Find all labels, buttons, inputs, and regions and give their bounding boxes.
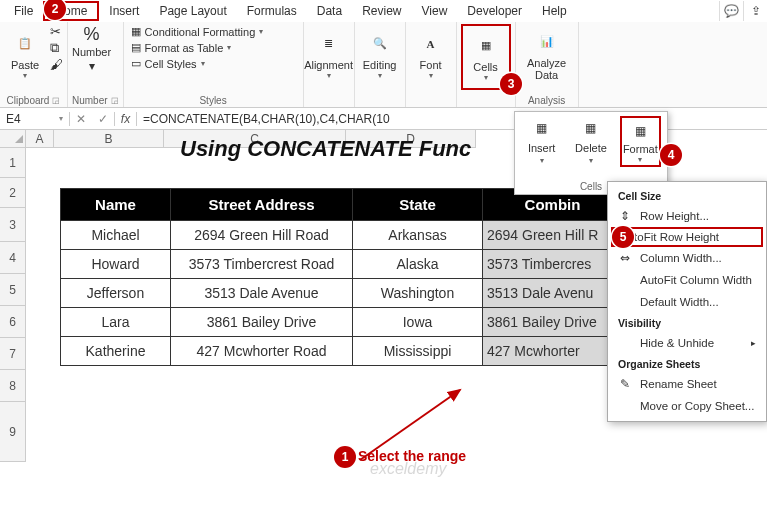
cell-state[interactable]: Arkansas	[353, 221, 483, 250]
cell-state[interactable]: Iowa	[353, 308, 483, 337]
format-as-table-button[interactable]: ▤Format as Table▾	[128, 40, 267, 55]
format-button[interactable]: ▦ Format ▾	[616, 116, 665, 190]
row-head-9[interactable]: 9	[0, 402, 26, 462]
conditional-formatting-button[interactable]: ▦Conditional Formatting▾	[128, 24, 267, 39]
copy-icon[interactable]: ⧉	[50, 40, 63, 56]
format-painter-icon[interactable]: 🖌	[50, 57, 63, 72]
row-height-icon: ⇕	[618, 209, 632, 223]
dialog-launcher-icon[interactable]: ◲	[52, 96, 60, 105]
cells-label: Cells	[473, 61, 497, 73]
cell-state[interactable]: Washington	[353, 279, 483, 308]
enter-icon[interactable]: ✓	[92, 112, 114, 126]
marker-3: 3	[500, 73, 522, 95]
fx-button[interactable]: fx	[115, 112, 137, 126]
page-title: Using CONCATENATE Func	[180, 136, 471, 162]
cell-addr[interactable]: 427 Mcwhorter Road	[171, 337, 353, 366]
clipboard-label: Clipboard	[7, 95, 50, 106]
paste-button[interactable]: 📋 Paste ▾	[4, 24, 46, 86]
cell-state[interactable]: Alaska	[353, 250, 483, 279]
menu-header-visibility: Visibility	[608, 313, 766, 332]
dialog-launcher-icon[interactable]: ◲	[111, 96, 119, 105]
table-row[interactable]: Katherine427 Mcwhorter RoadMississippi42…	[61, 337, 623, 366]
tab-insert[interactable]: Insert	[99, 2, 149, 20]
col-head-a[interactable]: A	[26, 130, 54, 148]
cut-icon[interactable]: ✂	[50, 24, 63, 39]
cell-addr[interactable]: 3861 Bailey Drive	[171, 308, 353, 337]
cell-addr[interactable]: 2694 Green Hill Road	[171, 221, 353, 250]
row-head-4[interactable]: 4	[0, 242, 26, 274]
cell-name[interactable]: Katherine	[61, 337, 171, 366]
cf-icon: ▦	[131, 25, 141, 38]
group-editing: 🔍Editing▾	[355, 22, 406, 107]
delete-label: Delete	[575, 142, 607, 154]
tab-file[interactable]: File	[4, 2, 43, 20]
row-head-8[interactable]: 8	[0, 370, 26, 402]
name-box[interactable]: E4▾	[0, 112, 70, 126]
analysis-label: Analysis	[528, 95, 565, 106]
tab-view[interactable]: View	[412, 2, 458, 20]
cell-state[interactable]: Mississippi	[353, 337, 483, 366]
rename-icon: ✎	[618, 377, 632, 391]
editing-label: Editing	[363, 59, 397, 71]
table-row[interactable]: Jefferson3513 Dale AvenueWashington3513 …	[61, 279, 623, 308]
row-head-6[interactable]: 6	[0, 306, 26, 338]
formula-input[interactable]: =CONCATENATE(B4,CHAR(10),C4,CHAR(10	[137, 112, 767, 126]
default-width-item[interactable]: Default Width...	[608, 291, 766, 313]
cell-combined[interactable]: 3513 Dale Avenu	[483, 279, 623, 308]
table-row[interactable]: Lara3861 Bailey DriveIowa3861 Bailey Dri…	[61, 308, 623, 337]
row-head-5[interactable]: 5	[0, 274, 26, 306]
cancel-icon[interactable]: ✕	[70, 112, 92, 126]
table-row[interactable]: Howard3573 Timbercrest RoadAlaska3573 Ti…	[61, 250, 623, 279]
row-head-7[interactable]: 7	[0, 338, 26, 370]
comments-icon[interactable]: 💬	[719, 1, 743, 21]
autofit-column-width-item[interactable]: AutoFit Column Width	[608, 269, 766, 291]
styles-label: Styles	[199, 95, 226, 106]
row-head-2[interactable]: 2	[0, 178, 26, 208]
select-range-annotation: Select the range	[358, 448, 466, 464]
group-analysis: 📊Analyze Data Analysis	[516, 22, 579, 107]
number-button[interactable]: Number	[72, 46, 111, 58]
select-all-corner[interactable]	[0, 130, 26, 148]
percent-button[interactable]: %	[84, 24, 100, 45]
arrow-annotation	[300, 380, 480, 480]
tab-formulas[interactable]: Formulas	[237, 2, 307, 20]
autofit-row-label: AutoFit Row Height	[620, 231, 719, 243]
cell-name[interactable]: Howard	[61, 250, 171, 279]
row-head-1[interactable]: 1	[0, 148, 26, 178]
row-head-3[interactable]: 3	[0, 208, 26, 242]
alignment-button[interactable]: ≣Alignment▾	[308, 24, 350, 86]
insert-button[interactable]: ▦ Insert ▾	[517, 116, 566, 190]
share-icon[interactable]: ⇪	[743, 1, 767, 21]
hide-unhide-item[interactable]: Hide & Unhide▸	[608, 332, 766, 354]
cell-combined[interactable]: 3573 Timbercres	[483, 250, 623, 279]
column-width-item[interactable]: ⇔Column Width...	[608, 247, 766, 269]
row-height-item[interactable]: ⇕Row Height...	[608, 205, 766, 227]
editing-button[interactable]: 🔍Editing▾	[359, 24, 401, 86]
cell-combined[interactable]: 2694 Green Hill R	[483, 221, 623, 250]
move-copy-sheet-item[interactable]: Move or Copy Sheet...	[608, 395, 766, 417]
cell-addr[interactable]: 3513 Dale Avenue	[171, 279, 353, 308]
tab-data[interactable]: Data	[307, 2, 352, 20]
ribbon: 📋 Paste ▾ ✂ ⧉ 🖌 Clipboard◲ % Number ▾ Nu…	[0, 22, 767, 108]
col-head-b[interactable]: B	[54, 130, 164, 148]
tab-review[interactable]: Review	[352, 2, 411, 20]
menu-header-organize: Organize Sheets	[608, 354, 766, 373]
cell-addr[interactable]: 3573 Timbercrest Road	[171, 250, 353, 279]
tab-developer[interactable]: Developer	[457, 2, 532, 20]
font-button[interactable]: AFont▾	[410, 24, 452, 86]
cell-combined[interactable]: 3861 Bailey Drive	[483, 308, 623, 337]
cell-styles-button[interactable]: ▭Cell Styles▾	[128, 56, 267, 71]
tab-page-layout[interactable]: Page Layout	[149, 2, 236, 20]
cell-name[interactable]: Michael	[61, 221, 171, 250]
table-row[interactable]: Michael2694 Green Hill RoadArkansas2694 …	[61, 221, 623, 250]
cell-name[interactable]: Jefferson	[61, 279, 171, 308]
cell-name[interactable]: Lara	[61, 308, 171, 337]
tab-help[interactable]: Help	[532, 2, 577, 20]
rename-sheet-item[interactable]: ✎Rename Sheet	[608, 373, 766, 395]
cs-icon: ▭	[131, 57, 141, 70]
analyze-data-button[interactable]: 📊Analyze Data	[520, 24, 574, 86]
group-alignment: ≣Alignment▾	[304, 22, 355, 107]
group-font: AFont▾	[406, 22, 457, 107]
cell-combined[interactable]: 427 Mcwhorter	[483, 337, 623, 366]
delete-button[interactable]: ▦ Delete ▾	[566, 116, 615, 190]
